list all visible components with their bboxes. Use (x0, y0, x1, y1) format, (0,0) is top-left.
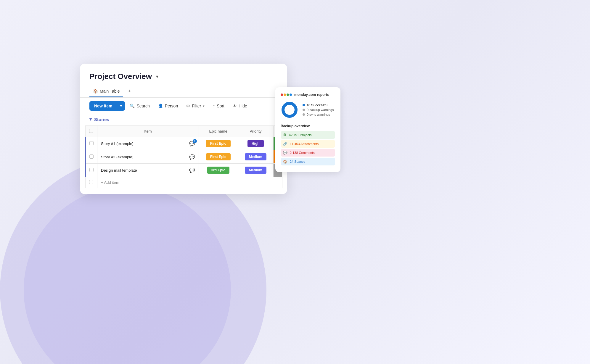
row3-checkbox[interactable] (89, 168, 94, 172)
row2-checkbox[interactable] (89, 154, 94, 159)
person-icon: 👤 (158, 104, 163, 108)
person-button[interactable]: 👤 Person (155, 102, 181, 110)
backup-comments: 💬 2 138 Comments (281, 149, 335, 157)
svg-point-1 (283, 103, 296, 116)
attachments-icon: 🔗 (283, 142, 287, 146)
row1-epic-cell: First Epic (199, 137, 238, 150)
filter-label: Filter (192, 104, 201, 108)
new-item-chevron[interactable]: ▾ (117, 102, 125, 110)
hide-label: Hide (239, 104, 247, 108)
row3-priority-cell: Medium (238, 164, 273, 177)
project-title-chevron[interactable]: ▾ (156, 74, 158, 79)
row2-epic-badge: First Epic (206, 153, 231, 160)
row2-chat-icon[interactable]: 💬 (189, 154, 195, 160)
legend-items: 18 Successful 0 backup warnings 0 sync w… (303, 103, 334, 116)
new-item-label: New item (89, 101, 117, 111)
project-card: Project Overview ▾ 🏠 Main Table + New it… (80, 64, 287, 194)
backup-overview-title: Backup overview (281, 124, 335, 128)
col-header-item: Item (97, 126, 199, 137)
sort-icon: ↕ (213, 104, 215, 108)
row1-checkbox[interactable] (89, 141, 94, 145)
hide-button[interactable]: 👁 Hide (229, 102, 251, 110)
row3-item-name: Design mail template (101, 168, 137, 173)
row2-item-content: Story #2 (example) 💬 (101, 154, 195, 160)
tab-main-table[interactable]: 🏠 Main Table (89, 86, 123, 97)
search-icon: 🔍 (130, 104, 135, 108)
donut-section: 18 Successful 0 backup warnings 0 sync w… (281, 101, 335, 119)
row2-item-cell: Story #2 (example) 💬 (97, 150, 199, 164)
row3-item-content: Design mail template 💬 (101, 167, 195, 173)
row1-item-name: Story #1 (example) (101, 141, 134, 146)
donut-chart (281, 101, 298, 119)
attachments-label: 11 453 Attachments (290, 142, 319, 146)
projects-icon: 🗓 (283, 133, 287, 137)
comments-label: 2 138 Comments (290, 151, 315, 154)
legend-dot-gray1 (303, 109, 305, 111)
row1-epic-badge: First Epic (206, 140, 231, 147)
backup-projects: 🗓 42 791 Projects (281, 131, 335, 139)
header-checkbox[interactable] (89, 129, 93, 133)
add-item-cell[interactable]: + Add item (97, 177, 282, 188)
add-item-checkbox-cell (85, 177, 97, 188)
row1-chat-icon[interactable]: 💬 2 (189, 141, 195, 146)
logo-dot-blue (290, 94, 292, 96)
project-title: Project Overview (89, 72, 152, 81)
tabs-bar: 🏠 Main Table + (80, 86, 287, 98)
row2-epic-cell: First Epic (199, 150, 238, 164)
stories-group-header[interactable]: ▾ Stories (85, 114, 282, 124)
col-header-epic: Epic name (199, 126, 238, 137)
row3-epic-badge: 3rd Epic (207, 167, 229, 174)
reports-card: monday.com reports 18 Successful 0 backu… (275, 87, 340, 172)
table-row: Story #2 (example) 💬 First Epic Medium (85, 150, 282, 164)
filter-button[interactable]: ⚙ Filter ▾ (183, 102, 208, 110)
toolbar: New item ▾ 🔍 Search 👤 Person ⚙ Filter ▾ … (80, 98, 287, 114)
legend-sync-warnings-label: 0 sync warnings (307, 113, 330, 116)
filter-chevron: ▾ (203, 104, 205, 108)
spaces-icon: 🏠 (283, 160, 287, 164)
row3-priority-badge: Medium (245, 167, 266, 174)
row1-checkbox-cell (85, 137, 97, 150)
row1-priority-badge: High (247, 140, 264, 147)
add-item-row[interactable]: + Add item (85, 177, 282, 188)
row3-item-cell: Design mail template 💬 (97, 164, 199, 177)
col-header-checkbox (85, 126, 97, 137)
table-row: Design mail template 💬 3rd Epic Medium (85, 164, 282, 177)
logo-dot-yellow (284, 94, 286, 96)
legend-dot-blue (303, 104, 305, 106)
search-button[interactable]: 🔍 Search (126, 102, 153, 110)
row3-chat-icon[interactable]: 💬 (189, 167, 195, 173)
tab-add-button[interactable]: + (124, 86, 135, 98)
stories-chevron: ▾ (89, 117, 92, 122)
backup-spaces: 🏠 24 Spaces (281, 158, 335, 165)
row3-epic-cell: 3rd Epic (199, 164, 238, 177)
monday-logo (281, 94, 292, 96)
row2-priority-cell: Medium (238, 150, 273, 164)
row1-priority-cell: High (238, 137, 273, 150)
new-item-button[interactable]: New item ▾ (89, 101, 125, 111)
project-header: Project Overview ▾ (80, 64, 287, 81)
reports-title: monday.com reports (294, 93, 329, 97)
hide-icon: 👁 (233, 104, 237, 108)
row2-checkbox-cell (85, 150, 97, 164)
col-header-priority: Priority (238, 126, 273, 137)
comments-icon: 💬 (283, 151, 287, 155)
backup-attachments: 🔗 11 453 Attachments (281, 140, 335, 148)
backup-overview-section: Backup overview 🗓 42 791 Projects 🔗 11 4… (281, 124, 335, 165)
sort-label: Sort (217, 104, 224, 108)
filter-icon: ⚙ (186, 104, 190, 108)
reports-header: monday.com reports (281, 93, 335, 97)
row1-chat-badge: 2 (193, 139, 197, 143)
home-icon: 🏠 (93, 89, 98, 94)
legend-dot-gray2 (303, 113, 305, 116)
legend-successful-label: 18 Successful (307, 103, 328, 107)
spaces-label: 24 Spaces (290, 160, 305, 163)
sort-button[interactable]: ↕ Sort (209, 102, 228, 110)
legend-backup-warnings: 0 backup warnings (303, 108, 334, 112)
add-item-checkbox[interactable] (89, 180, 93, 184)
row2-priority-badge: Medium (245, 153, 266, 160)
stories-section: ▾ Stories Item Epic name Priority (80, 114, 287, 188)
row1-item-cell: Story #1 (example) 💬 2 (97, 137, 199, 150)
legend-successful: 18 Successful (303, 103, 334, 107)
logo-dot-green (287, 94, 289, 96)
logo-dot-red (281, 94, 283, 96)
